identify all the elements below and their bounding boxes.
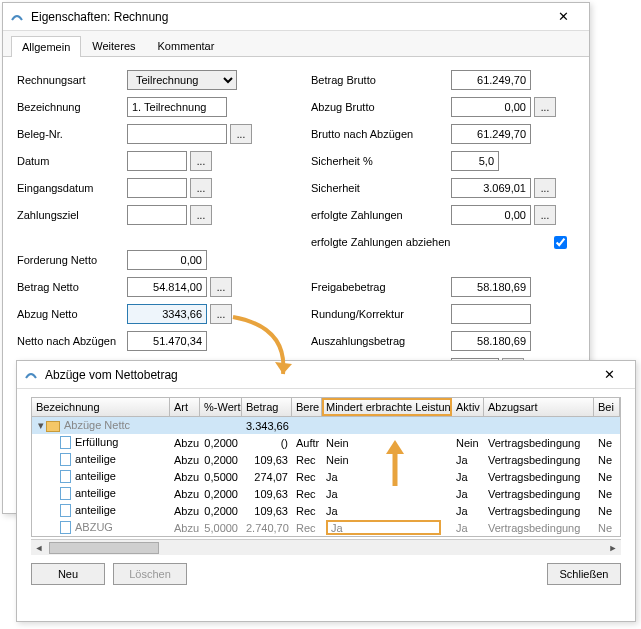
nach-input[interactable]	[127, 331, 207, 351]
erf-ellipsis-button[interactable]: ...	[534, 205, 556, 225]
betrag-input[interactable]	[127, 277, 207, 297]
eingang-ellipsis-button[interactable]: ...	[190, 178, 212, 198]
tab-weiteres[interactable]: Weiteres	[81, 35, 146, 56]
cell-betrag: 109,63	[242, 488, 292, 500]
document-icon	[60, 470, 71, 483]
cell-mindert: Ja	[322, 520, 452, 535]
cell-mindert: Ja	[322, 505, 452, 517]
cell-mindert: Nein	[322, 437, 452, 449]
cell-bere: Rec	[292, 454, 322, 466]
cell-pct: 0,2000	[200, 488, 242, 500]
table-row[interactable]: anteilige Abzu 0,5000 274,07 Rec Ja Ja V…	[32, 468, 620, 485]
app-icon	[23, 367, 39, 383]
tab-allgemein[interactable]: Allgemein	[11, 36, 81, 57]
brutto-nach-input[interactable]	[451, 124, 531, 144]
scroll-left-icon[interactable]: ◄	[31, 541, 47, 555]
close-icon[interactable]: ✕	[543, 4, 583, 30]
cell-pct: 0,2000	[200, 505, 242, 517]
datum-ellipsis-button[interactable]: ...	[190, 151, 212, 171]
table-row[interactable]: anteilige Abzu 0,2000 109,63 Rec Ja Ja V…	[32, 485, 620, 502]
zahlziel-input[interactable]	[127, 205, 187, 225]
datum-input[interactable]	[127, 151, 187, 171]
cell-name: anteilige	[75, 487, 116, 499]
belegnr-ellipsis-button[interactable]: ...	[230, 124, 252, 144]
cell-pct: 0,2000	[200, 454, 242, 466]
cell-bere: Rec	[292, 522, 322, 534]
horizontal-scrollbar[interactable]: ◄ ►	[31, 539, 621, 555]
rechnungsart-select[interactable]: Teilrechnung	[127, 70, 237, 90]
sich-pct-input[interactable]	[451, 151, 499, 171]
col-betrag[interactable]: Betrag	[242, 398, 292, 416]
zahlziel-ellipsis-button[interactable]: ...	[190, 205, 212, 225]
cell-art: Abzu	[170, 454, 200, 466]
loeschen-button[interactable]: Löschen	[113, 563, 187, 585]
sich-label: Sicherheit	[311, 182, 451, 194]
table-row[interactable]: ABZUG Abzu 5,0000 2.740,70 Rec Ja Ja Ver…	[32, 519, 620, 536]
cell-aktiv: Nein	[452, 437, 484, 449]
freigabe-input[interactable]	[451, 277, 531, 297]
col-pct[interactable]: %-Wert	[200, 398, 242, 416]
cell-aktiv: Ja	[452, 471, 484, 483]
table-row[interactable]: Erfüllung Abzu 0,2000 () Auftr Nein Nein…	[32, 434, 620, 451]
cell-bei: Ne	[594, 437, 620, 449]
brutto-label: Betrag Brutto	[311, 74, 451, 86]
table-row-root[interactable]: ▾Abzüge Nettc 3.343,66	[32, 417, 620, 434]
ausz-input[interactable]	[451, 331, 531, 351]
window-title: Abzüge vom Nettobetrag	[45, 368, 178, 382]
cell-abzugsart: Vertragsbedingung	[484, 471, 594, 483]
cell-abzugsart: Vertragsbedingung	[484, 522, 594, 534]
app-icon	[9, 9, 25, 25]
scroll-right-icon[interactable]: ►	[605, 541, 621, 555]
tab-kommentar[interactable]: Kommentar	[147, 35, 226, 56]
abz-brutto-ellipsis-button[interactable]: ...	[534, 97, 556, 117]
schliessen-button[interactable]: Schließen	[547, 563, 621, 585]
erf-abz-checkbox[interactable]	[554, 236, 567, 249]
col-abzugsart[interactable]: Abzugsart	[484, 398, 594, 416]
erf-input[interactable]	[451, 205, 531, 225]
cell-bere: Rec	[292, 488, 322, 500]
document-icon	[60, 436, 71, 449]
table-row[interactable]: anteilige Abzu 0,2000 109,63 Rec Nein Ja…	[32, 451, 620, 468]
rund-input[interactable]	[451, 304, 531, 324]
root-name: Abzüge Nettc	[64, 419, 130, 431]
cell-mindert-highlight[interactable]: Ja	[326, 520, 441, 535]
cell-aktiv: Ja	[452, 488, 484, 500]
bezeichnung-input[interactable]	[127, 97, 227, 117]
cell-art: Abzu	[170, 437, 200, 449]
col-mindert[interactable]: Mindert erbrachte Leistung	[322, 398, 452, 416]
document-icon	[60, 453, 71, 466]
belegnr-input[interactable]	[127, 124, 227, 144]
eingang-input[interactable]	[127, 178, 187, 198]
document-icon	[60, 504, 71, 517]
col-art[interactable]: Art	[170, 398, 200, 416]
scroll-thumb[interactable]	[49, 542, 159, 554]
zahlziel-label: Zahlungsziel	[17, 209, 127, 221]
sich-pct-label: Sicherheit %	[311, 155, 451, 167]
neu-button[interactable]: Neu	[31, 563, 105, 585]
erf-label: erfolgte Zahlungen	[311, 209, 451, 221]
col-bere[interactable]: Bere	[292, 398, 322, 416]
tree-collapse-icon[interactable]: ▾	[36, 419, 46, 432]
cell-bei: Ne	[594, 505, 620, 517]
col-bezeichnung[interactable]: Bezeichnung	[32, 398, 170, 416]
brutto-input[interactable]	[451, 70, 531, 90]
sich-ellipsis-button[interactable]: ...	[534, 178, 556, 198]
cell-bei: Ne	[594, 471, 620, 483]
col-bei[interactable]: Bei	[594, 398, 620, 416]
cell-abzugsart: Vertragsbedingung	[484, 488, 594, 500]
table-row[interactable]: anteilige Abzu 0,2000 109,63 Rec Ja Ja V…	[32, 502, 620, 519]
rechnungsart-label: Rechnungsart	[17, 74, 127, 86]
sich-input[interactable]	[451, 178, 531, 198]
cell-art: Abzu	[170, 471, 200, 483]
abzug-ellipsis-button[interactable]: ...	[210, 304, 232, 324]
cell-name: anteilige	[75, 470, 116, 482]
betrag-ellipsis-button[interactable]: ...	[210, 277, 232, 297]
document-icon	[60, 521, 71, 534]
abzug-input[interactable]	[127, 304, 207, 324]
cell-abzugsart: Vertragsbedingung	[484, 437, 594, 449]
close-icon[interactable]: ✕	[589, 362, 629, 388]
cell-mindert: Nein	[322, 454, 452, 466]
abz-brutto-input[interactable]	[451, 97, 531, 117]
col-aktiv[interactable]: Aktiv	[452, 398, 484, 416]
forderung-input[interactable]	[127, 250, 207, 270]
